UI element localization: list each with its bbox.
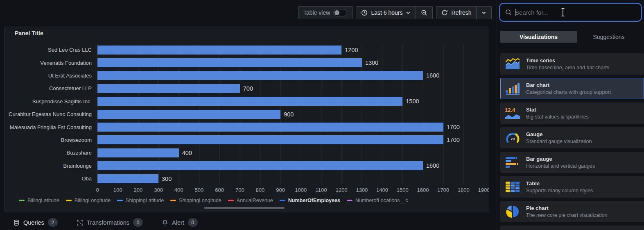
viz-item-bar-chart[interactable]: Bar chartCategorical charts with group s… xyxy=(500,78,644,99)
refresh-button[interactable]: Refresh xyxy=(436,7,476,19)
category-label: Malesuada Fringilla Est Consulting xyxy=(9,124,92,130)
x-tick-label: 1000 xyxy=(295,187,307,193)
legend-item[interactable]: ShippingLongitude xyxy=(170,198,221,203)
tab-visualizations[interactable]: Visualizations xyxy=(500,31,577,43)
viz-item-description: Time based line, area and bar charts xyxy=(526,65,609,71)
bar-chart: Sed Leo Cras LLC1200Venenatis Foundation… xyxy=(9,43,484,203)
bar-track: 1700 xyxy=(97,135,484,144)
text-cursor-pointer xyxy=(560,7,566,19)
legend-item[interactable]: AnnualRevenue xyxy=(228,198,273,203)
bar[interactable] xyxy=(97,97,402,106)
legend-marker xyxy=(347,200,353,201)
viz-item-state-timeline[interactable]: State timeline xyxy=(500,225,644,230)
x-tick-label: 100 xyxy=(113,187,122,193)
bar-track: 1300 xyxy=(97,58,484,67)
bar-track: 1600 xyxy=(97,161,484,170)
bar[interactable] xyxy=(97,46,341,55)
bar[interactable] xyxy=(97,174,158,183)
bar[interactable] xyxy=(97,148,179,157)
viz-item-description: Supports many column styles xyxy=(526,188,593,194)
horizontal-scrollbar-thumb[interactable] xyxy=(204,207,285,209)
x-tick-label: 800 xyxy=(256,187,265,193)
viz-search-box[interactable] xyxy=(500,4,641,20)
refresh-interval-dropdown[interactable] xyxy=(476,7,491,19)
bar-track: 300 xyxy=(97,174,484,183)
legend-item[interactable]: NumberofLocations__c xyxy=(347,198,408,203)
x-tick-label: 1500 xyxy=(397,187,409,193)
viz-item-pie-chart[interactable]: Pie chartThe new core pie chart visualiz… xyxy=(500,201,644,222)
viz-item-table[interactable]: TableSupports many column styles xyxy=(500,176,644,198)
bar[interactable] xyxy=(97,71,423,80)
footer-tabs: Queries2Transformations0Alert0 xyxy=(0,212,497,230)
grafana-panel-editor: { "toolbar": { "table_view": { "label": … xyxy=(0,0,644,230)
legend-label: AnnualRevenue xyxy=(237,198,273,203)
bar[interactable] xyxy=(97,84,240,93)
bar-value-label: 700 xyxy=(243,85,253,92)
time-range-picker[interactable]: Last 6 hours xyxy=(356,7,416,19)
bar-gauge-icon xyxy=(504,156,521,169)
legend-item[interactable]: BillingLatitude xyxy=(19,198,59,203)
legend-label: NumberOfEmployees xyxy=(288,198,340,203)
chart-rows: Sed Leo Cras LLC1200Venenatis Foundation… xyxy=(9,43,484,185)
x-tick-label: 1300 xyxy=(356,187,368,193)
x-tick-label: 500 xyxy=(195,187,204,193)
database-icon xyxy=(13,219,20,226)
viz-list: Time seriesTime based line, area and bar… xyxy=(500,53,644,230)
viz-item-stat[interactable]: 12.4StatBig stat values & sparklines xyxy=(500,102,644,124)
chart-row: Consectetuer LLP700 xyxy=(9,82,484,95)
legend-marker xyxy=(66,200,72,201)
legend-marker xyxy=(117,200,123,201)
chart-row: Ut Erat Associates1600 xyxy=(9,69,484,82)
bar-track: 900 xyxy=(97,110,484,119)
category-label: Curabitur Egestas Nunc Consulting xyxy=(9,111,92,117)
viz-item-gauge[interactable]: 79GaugeStandard gauge visualization xyxy=(500,127,644,148)
sidebar-tabs: Visualizations Suggestions xyxy=(500,31,641,43)
x-tick-label: 600 xyxy=(215,187,224,193)
viz-item-time-series[interactable]: Time seriesTime based line, area and bar… xyxy=(500,53,644,75)
viz-item-description: Big stat values & sparklines xyxy=(526,114,589,120)
chart-row: Brainlounge1600 xyxy=(9,159,484,172)
zoom-out-time-button[interactable] xyxy=(416,7,432,19)
panel-editor-toolbar: Table view Last 6 hours Refresh xyxy=(298,6,492,19)
x-tick-label: 1900 xyxy=(478,187,489,193)
x-tick-label: 1100 xyxy=(316,187,327,193)
viz-search-input[interactable] xyxy=(515,9,636,16)
legend-item[interactable]: BillingLongitude xyxy=(66,198,111,203)
footer-tab-transformations[interactable]: Transformations0 xyxy=(77,218,143,227)
transform-icon xyxy=(77,219,83,226)
bar-chart-icon xyxy=(504,82,521,95)
viz-item-bar-gauge[interactable]: Bar gaugeHorizontal and vertical gauges xyxy=(500,152,644,173)
chevron-down-icon xyxy=(481,10,486,15)
legend-label: BillingLatitude xyxy=(27,198,59,203)
bar[interactable] xyxy=(97,110,280,119)
table-view-switch[interactable] xyxy=(333,9,347,16)
x-axis: 0100200300400500600700800900100011001200… xyxy=(97,186,484,194)
switch-knob xyxy=(334,10,339,15)
bar[interactable] xyxy=(97,123,443,132)
viz-item-name: Gauge xyxy=(526,131,592,137)
legend-item[interactable]: NumberOfEmployees xyxy=(280,198,340,203)
svg-text:79: 79 xyxy=(511,137,515,141)
category-label: Buzzshare xyxy=(9,150,92,156)
chart-row: Suspendisse Sagittis Inc.1500 xyxy=(9,95,484,108)
bar[interactable] xyxy=(97,135,443,144)
viz-item-description: Standard gauge visualization xyxy=(526,139,592,144)
legend-item[interactable]: ShippingLatitude xyxy=(117,198,164,203)
bar[interactable] xyxy=(97,161,423,170)
viz-item-name: Table xyxy=(526,180,593,187)
time-range-label: Last 6 hours xyxy=(371,9,402,16)
viz-item-name: Stat xyxy=(526,107,589,113)
bar[interactable] xyxy=(97,58,362,67)
svg-text:12.4: 12.4 xyxy=(505,107,515,113)
legend-marker xyxy=(280,200,285,201)
category-label: Ut Erat Associates xyxy=(9,73,92,79)
tab-suggestions[interactable]: Suggestions xyxy=(577,31,641,43)
viz-item-name: Pie chart xyxy=(526,205,608,211)
legend-label: BillingLongitude xyxy=(75,198,111,203)
table-view-toggle-group[interactable]: Table view xyxy=(298,7,352,19)
footer-tab-queries[interactable]: Queries2 xyxy=(13,218,58,227)
viz-item-description: The new core pie chart visualization xyxy=(526,212,608,218)
category-label: Browsezoom xyxy=(9,137,92,143)
count-badge: 2 xyxy=(48,218,58,227)
footer-tab-alert[interactable]: Alert0 xyxy=(162,218,198,227)
